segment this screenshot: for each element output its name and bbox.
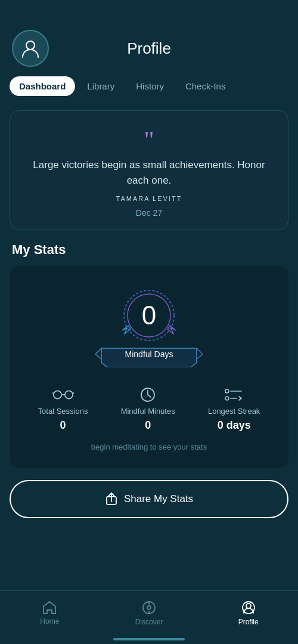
share-label: Share My Stats xyxy=(124,493,193,505)
quote-author: TAMARA LEVITT xyxy=(24,195,274,202)
quote-date: Dec 27 xyxy=(24,208,274,218)
share-icon xyxy=(105,492,118,506)
nav-discover-label: Discover xyxy=(135,618,163,626)
streak-icon xyxy=(224,386,245,403)
header: Profile xyxy=(0,0,298,76)
nav-home[interactable]: Home xyxy=(0,600,100,626)
tab-dashboard[interactable]: Dashboard xyxy=(10,76,75,96)
svg-point-20 xyxy=(147,606,151,609)
longest-streak-label: Longest Streak xyxy=(208,407,260,416)
mindful-days-ring: 0 xyxy=(116,283,182,348)
quote-text: Large victories begin as small achieveme… xyxy=(24,157,274,188)
svg-line-10 xyxy=(148,395,151,397)
nav-home-label: Home xyxy=(40,617,59,626)
stats-hint: begin meditating to see your stats xyxy=(21,442,277,451)
nav-profile[interactable]: Profile xyxy=(198,600,298,626)
svg-line-16 xyxy=(239,398,241,400)
profile-nav-icon xyxy=(241,600,256,615)
svg-point-24 xyxy=(246,603,251,608)
mindful-days-value: 0 xyxy=(142,301,156,330)
svg-rect-3 xyxy=(53,391,61,398)
avatar[interactable] xyxy=(12,30,49,67)
stat-mindful-minutes: Mindful Minutes 0 xyxy=(121,386,175,432)
tab-checkins[interactable]: Check-Ins xyxy=(176,76,235,96)
total-sessions-label: Total Sessions xyxy=(38,407,88,416)
nav-profile-label: Profile xyxy=(238,618,259,626)
stat-total-sessions: Total Sessions 0 xyxy=(38,386,88,432)
glasses-icon xyxy=(52,386,74,403)
mindful-days-container: 0 Mindful Days xyxy=(21,283,277,370)
stats-card: 0 Mindful Days Tota xyxy=(10,266,288,468)
quote-card: " Large victories begin as small achieve… xyxy=(10,110,288,230)
home-indicator xyxy=(113,638,185,640)
page-title: Profile xyxy=(49,39,249,58)
mindful-days-label: Mindful Days xyxy=(95,349,203,359)
bottom-nav: Home Discover Profile xyxy=(0,590,298,644)
stat-longest-streak: Longest Streak 0 days xyxy=(208,386,260,432)
share-stats-button[interactable]: Share My Stats xyxy=(10,480,288,518)
svg-point-0 xyxy=(26,41,35,49)
svg-point-11 xyxy=(225,389,229,393)
stats-section-title: My Stats xyxy=(0,242,298,266)
mindful-minutes-value: 0 xyxy=(145,419,151,432)
tab-history[interactable]: History xyxy=(126,76,173,96)
quote-mark: " xyxy=(24,128,274,153)
total-sessions-value: 0 xyxy=(60,419,66,432)
nav-discover[interactable]: Discover xyxy=(100,600,199,626)
svg-point-13 xyxy=(225,397,229,400)
mindful-minutes-label: Mindful Minutes xyxy=(121,407,175,416)
longest-streak-value: 0 days xyxy=(218,419,251,432)
discover-icon xyxy=(141,600,157,615)
svg-rect-4 xyxy=(64,391,72,398)
home-icon xyxy=(42,600,57,615)
clock-icon xyxy=(137,386,159,403)
stat-items-row: Total Sessions 0 Mindful Minutes 0 xyxy=(21,386,277,432)
tab-library[interactable]: Library xyxy=(77,76,124,96)
nav-tabs: Dashboard Library History Check-Ins xyxy=(0,76,298,104)
